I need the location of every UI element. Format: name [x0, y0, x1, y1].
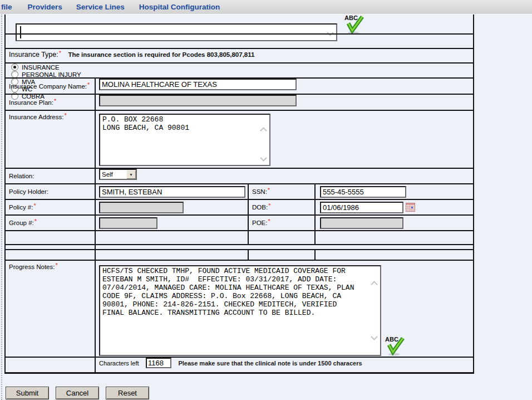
- characters-left-input[interactable]: [146, 358, 171, 368]
- spellcheck-abc-icon[interactable]: ABC: [344, 13, 364, 35]
- policy-number-label: Policy #:: [9, 204, 33, 211]
- required-asterisk: *: [268, 218, 270, 225]
- characters-left-label: Characters left: [99, 360, 139, 367]
- empty-row: [6, 249, 473, 260]
- required-asterisk: *: [59, 50, 61, 56]
- required-asterisk: *: [268, 202, 270, 209]
- reset-button[interactable]: Reset: [106, 387, 149, 399]
- character-limit-note: Please make sure that the clinical note …: [178, 360, 362, 367]
- insurance-address-label: Insurance Address:: [9, 114, 63, 120]
- insurance-type-header-row: Insurance Type:* The insurance section i…: [6, 48, 473, 62]
- progress-notes-label: Progress Notes:: [9, 264, 55, 270]
- cancel-button[interactable]: Cancel: [56, 387, 99, 399]
- address-textarea-wrap: P.O. BOX 22668 LONG BEACH, CA 90801: [99, 114, 270, 168]
- required-asterisk: *: [55, 262, 57, 269]
- insurance-address-textarea[interactable]: P.O. BOX 22668 LONG BEACH, CA 90801: [99, 114, 270, 166]
- left-dotted-border: [1, 14, 2, 400]
- insurance-form-table: ABC Insurance Type:* The insurance secti…: [4, 14, 474, 374]
- nav-item-service-lines[interactable]: Service Lines: [76, 3, 125, 11]
- thin-spacer-row: [6, 244, 473, 249]
- poe-input: [320, 217, 403, 229]
- policy-number-input: [99, 202, 184, 213]
- insurance-plan-row: Insurance Plan:*: [6, 94, 473, 110]
- characters-left-row: Characters left Please make sure that th…: [6, 357, 473, 372]
- poe-label: POE:: [252, 219, 267, 226]
- insurance-type-label: Insurance Type:: [9, 51, 58, 58]
- calendar-icon[interactable]: [406, 203, 415, 212]
- empty-row: [6, 230, 473, 244]
- progress-notes-textarea[interactable]: HCFS/TS CHECKED TMHP, FOUND ACTIVE MEDIC…: [99, 265, 381, 356]
- group-number-row: Group #:* POE:*: [6, 214, 473, 230]
- dob-input[interactable]: [320, 202, 403, 213]
- radio-selected-icon[interactable]: [11, 64, 18, 71]
- svg-text:ABC: ABC: [385, 336, 398, 343]
- relation-label: Relation:: [9, 173, 34, 179]
- relation-row: Relation: Self ▼: [6, 168, 473, 183]
- top-field-row: ABC: [6, 14, 473, 33]
- policy-holder-input[interactable]: [99, 186, 245, 198]
- insurance-type-options-row: INSURANCE PERSONAL INJURY MVA WC COBRA: [6, 62, 473, 77]
- nav-item-providers[interactable]: Providers: [28, 3, 62, 11]
- company-name-label: Insurance Company Name:: [9, 83, 87, 90]
- spacer-row: [6, 33, 473, 48]
- svg-text:ABC: ABC: [344, 14, 358, 21]
- ssn-input[interactable]: [320, 186, 406, 198]
- chevron-down-icon[interactable]: ▼: [126, 170, 136, 179]
- insurance-plan-label: Insurance Plan:: [9, 99, 53, 106]
- required-asterisk: *: [35, 218, 37, 225]
- company-name-input[interactable]: [99, 79, 297, 90]
- insurance-address-row: Insurance Address:* P.O. BOX 22668 LONG …: [6, 110, 473, 168]
- progress-notes-row: Progress Notes:* HCFS/TS CHECKED TMHP, F…: [6, 260, 473, 357]
- insurance-type-note: The insurance section is required for Pc…: [68, 51, 254, 58]
- top-nav: file Providers Service Lines Hospital Co…: [0, 0, 532, 14]
- insurance-plan-input: [99, 95, 297, 106]
- policy-holder-label: Policy Holder:: [9, 188, 48, 195]
- ssn-label: SSN:: [252, 188, 267, 195]
- required-asterisk: *: [87, 81, 90, 88]
- policy-number-row: Policy #:* DOB:*: [6, 199, 473, 214]
- relation-selected-value: Self: [100, 170, 126, 179]
- policy-holder-row: Policy Holder: SSN:*: [6, 183, 473, 199]
- spellcheck-abc-icon[interactable]: ABC: [385, 335, 405, 356]
- submit-button[interactable]: Submit: [6, 387, 49, 399]
- radio-option-insurance[interactable]: INSURANCE: [11, 64, 473, 71]
- required-asterisk: *: [268, 187, 270, 193]
- action-buttons: Submit Cancel Reset: [6, 387, 149, 399]
- dob-label: DOB:: [252, 204, 268, 211]
- required-asterisk: *: [54, 97, 56, 104]
- group-number-label: Group #:: [9, 219, 34, 226]
- required-asterisk: *: [33, 202, 36, 209]
- nav-item-hospital-configuration[interactable]: Hospital Configuration: [139, 3, 220, 11]
- progress-notes-wrap: HCFS/TS CHECKED TMHP, FOUND ACTIVE MEDIC…: [99, 265, 381, 358]
- relation-select[interactable]: Self ▼: [99, 169, 137, 180]
- group-number-input: [99, 217, 157, 229]
- required-asterisk: *: [64, 112, 66, 119]
- nav-item-file[interactable]: file: [1, 3, 12, 11]
- company-name-row: Insurance Company Name:*: [6, 77, 473, 94]
